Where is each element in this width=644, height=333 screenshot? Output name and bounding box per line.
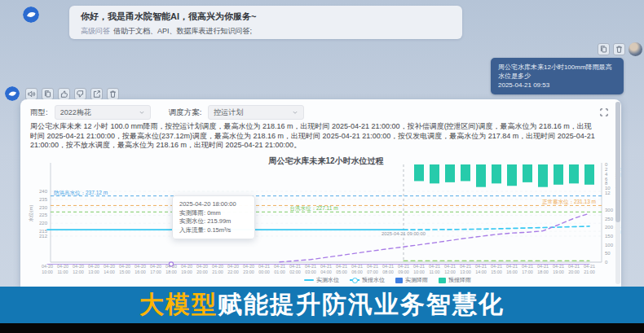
read-aloud-button[interactable] bbox=[25, 88, 37, 100]
svg-text:07:00: 07:00 bbox=[367, 269, 378, 274]
svg-text:04-21: 04-21 bbox=[367, 264, 378, 269]
user-message-text: 周公宅水库未来12小时100mm降雨最高水位是多少 bbox=[498, 63, 616, 81]
svg-text:20:00: 20:00 bbox=[196, 269, 208, 274]
legend-item-1[interactable]: 预报水位 bbox=[350, 276, 385, 284]
svg-text:04-21: 04-21 bbox=[553, 264, 564, 269]
chart-controls: 雨型: 2022梅花 调度方案: 控运计划 bbox=[30, 105, 304, 120]
rain-type-label: 雨型: bbox=[30, 107, 48, 118]
water-level-chart[interactable]: 周公宅水库未来12小时水位过程 240235230225220215212024… bbox=[20, 153, 621, 287]
rain-bar bbox=[569, 164, 579, 183]
answer-panel: 雨型: 2022梅花 调度方案: 控运计划 周公宅水库未来 12 小时 100.… bbox=[20, 99, 621, 287]
rain-bar bbox=[507, 164, 517, 186]
svg-text:12:00: 12:00 bbox=[73, 269, 84, 274]
svg-text:250: 250 bbox=[605, 217, 614, 221]
svg-text:04-20: 04-20 bbox=[104, 264, 115, 269]
plan-value: 控运计划 bbox=[214, 107, 243, 118]
svg-text:300: 300 bbox=[605, 208, 614, 213]
rain-bar bbox=[461, 164, 470, 181]
svg-text:04-21: 04-21 bbox=[351, 264, 363, 269]
svg-text:18:00: 18:00 bbox=[537, 269, 549, 274]
chevron-down-icon bbox=[139, 109, 145, 116]
svg-text:0: 0 bbox=[605, 260, 608, 265]
svg-text:04-21: 04-21 bbox=[444, 264, 456, 269]
svg-text:04-21: 04-21 bbox=[460, 264, 471, 269]
svg-text:230: 230 bbox=[39, 205, 48, 210]
rain-bar bbox=[476, 164, 486, 187]
tooltip-row: 实测水位215.99m bbox=[179, 217, 248, 226]
svg-text:04-21: 04-21 bbox=[413, 264, 425, 269]
user-avatar bbox=[629, 42, 642, 56]
svg-text:17:00: 17:00 bbox=[522, 269, 533, 274]
svg-text:19:00: 19:00 bbox=[181, 269, 192, 274]
svg-text:04-21: 04-21 bbox=[258, 264, 270, 269]
chart-svg[interactable]: 2402352302252202152120246810123002502001… bbox=[20, 153, 621, 287]
rain-bar bbox=[523, 164, 532, 182]
trash-icon bbox=[615, 45, 624, 54]
share-button[interactable] bbox=[90, 88, 103, 100]
qa-mode-tag[interactable]: 高级问答 bbox=[81, 27, 110, 35]
tooltip-row: 实测降雨0mm bbox=[179, 209, 248, 218]
svg-text:02:00: 02:00 bbox=[289, 269, 301, 274]
ai-avatar bbox=[5, 86, 20, 101]
answer-delete-button[interactable] bbox=[107, 88, 119, 100]
svg-text:04-20: 04-20 bbox=[119, 264, 130, 269]
chart-tooltip: 2025-04-20 18:00:00 实测降雨0mm 实测水位215.99m … bbox=[172, 195, 255, 239]
svg-text:100: 100 bbox=[605, 243, 614, 248]
svg-text:04-21: 04-21 bbox=[289, 264, 301, 269]
svg-text:19:00: 19:00 bbox=[553, 269, 564, 274]
svg-text:04-21: 04-21 bbox=[537, 264, 549, 269]
svg-text:10:00: 10:00 bbox=[413, 269, 425, 274]
svg-text:150: 150 bbox=[605, 234, 614, 239]
answer-copy-button[interactable] bbox=[42, 88, 54, 100]
like-button[interactable] bbox=[58, 88, 70, 100]
svg-text:04-20: 04-20 bbox=[42, 264, 53, 269]
message-delete-button[interactable] bbox=[613, 43, 625, 55]
legend-item-2[interactable]: 实测降雨 bbox=[395, 276, 428, 284]
svg-text:04-21: 04-21 bbox=[522, 264, 533, 269]
legend-item-3[interactable]: 预报降雨 bbox=[439, 276, 471, 284]
rain-bar bbox=[554, 164, 563, 185]
copy-icon bbox=[599, 45, 608, 54]
legend-item-0[interactable]: 实测水位 bbox=[304, 276, 339, 284]
forecast-summary: 周公宅水库未来 12 小时 100.0 mm降雨，按控运计划调度，最高水位为 2… bbox=[30, 122, 598, 151]
rain-type-value: 2022梅花 bbox=[60, 107, 91, 118]
plan-label: 调度方案: bbox=[169, 107, 202, 118]
svg-text:04-21: 04-21 bbox=[274, 264, 285, 269]
panel-scrollbar bbox=[615, 102, 620, 284]
share-icon bbox=[92, 90, 101, 99]
fullscreen-button[interactable] bbox=[598, 106, 610, 118]
svg-text:04-21: 04-21 bbox=[506, 264, 518, 269]
svg-text:04-20: 04-20 bbox=[73, 264, 84, 269]
svg-text:17:00: 17:00 bbox=[150, 269, 161, 274]
svg-text:04-21: 04-21 bbox=[429, 264, 440, 269]
scrollbar-thumb[interactable] bbox=[615, 102, 620, 222]
svg-text:04-21: 04-21 bbox=[305, 264, 316, 269]
svg-text:16:00: 16:00 bbox=[506, 269, 518, 274]
series-预报入库流量 bbox=[280, 213, 589, 262]
greeting-subtitle: 借助于文档、API、数据库表进行知识问答; bbox=[113, 27, 252, 35]
svg-text:08:00: 08:00 bbox=[382, 269, 394, 274]
fullscreen-icon bbox=[599, 107, 609, 117]
svg-text:11:00: 11:00 bbox=[429, 269, 439, 274]
plan-select[interactable]: 控运计划 bbox=[208, 105, 304, 120]
svg-text:04-20: 04-20 bbox=[243, 264, 254, 269]
rain-bar bbox=[538, 164, 548, 187]
svg-text:04-20: 04-20 bbox=[135, 264, 146, 269]
svg-text:235: 235 bbox=[39, 197, 48, 202]
screen: 你好，我是甬水院智能AI，很高兴为你服务~ 高级问答借助于文档、API、数据库表… bbox=[0, 0, 644, 333]
svg-text:20:00: 20:00 bbox=[568, 269, 580, 274]
rain-type-select[interactable]: 2022梅花 bbox=[55, 105, 151, 120]
legend-label: 实测降雨 bbox=[405, 276, 428, 284]
svg-text:15:00: 15:00 bbox=[119, 269, 130, 274]
chevron-down-icon bbox=[292, 109, 298, 116]
svg-text:23:00: 23:00 bbox=[243, 269, 254, 274]
svg-text:04-21: 04-21 bbox=[398, 264, 409, 269]
svg-text:220: 220 bbox=[39, 221, 48, 226]
dislike-button[interactable] bbox=[74, 88, 86, 100]
user-message-actions bbox=[598, 42, 642, 56]
svg-text:13:00: 13:00 bbox=[460, 269, 471, 274]
svg-text:21:00: 21:00 bbox=[212, 269, 223, 274]
rain-bar bbox=[430, 164, 439, 183]
svg-text:06:00: 06:00 bbox=[351, 269, 363, 274]
message-copy-button[interactable] bbox=[598, 43, 610, 55]
